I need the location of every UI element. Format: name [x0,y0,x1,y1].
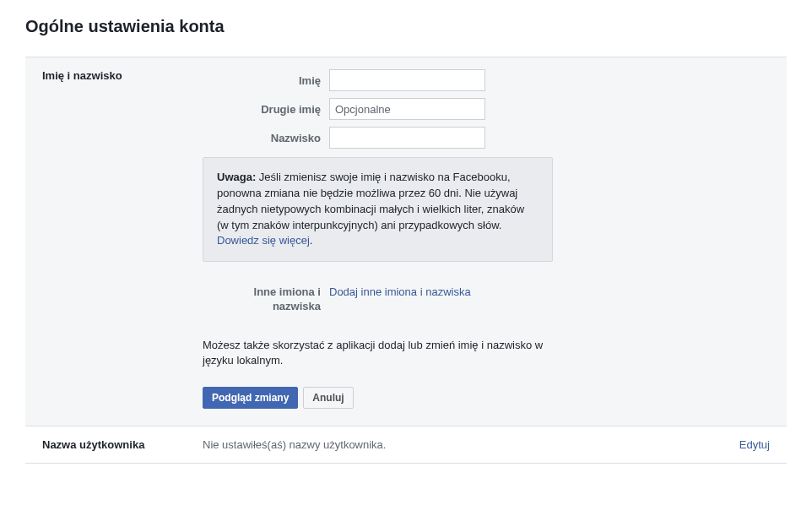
name-section: Imię i nazwisko Imię Drugie imię Nazwisk… [25,57,787,426]
notice-text: Jeśli zmienisz swoje imię i nazwisko na … [217,171,524,231]
middle-name-label: Drugie imię [203,103,329,116]
name-change-notice: Uwaga: Jeśli zmienisz swoje imię i nazwi… [203,157,553,262]
last-name-input[interactable] [329,127,485,149]
username-edit-link[interactable]: Edytuj [739,438,770,451]
local-name-helper: Możesz także skorzystać z aplikacji doda… [203,338,553,368]
notice-learn-more-link[interactable]: Dowiedz się więcej [217,234,310,247]
username-section-action: Edytuj [719,438,770,451]
notice-strong: Uwaga: [217,171,256,183]
other-names-label: Inne imiona i nazwiska [203,285,329,314]
add-other-names-link[interactable]: Dodaj inne imiona i nazwiska [329,285,471,298]
name-section-title-col: Imię i nazwisko [42,69,203,409]
last-name-row: Nazwisko [203,127,770,149]
first-name-label: Imię [203,74,329,87]
page-title: Ogólne ustawienia konta [25,17,787,36]
other-names-row: Inne imiona i nazwiska Dodaj inne imiona… [203,285,770,314]
name-section-body: Imię Drugie imię Nazwisko Uwaga: Jeśli z… [203,69,770,409]
name-section-title: Imię i nazwisko [42,69,203,82]
first-name-input[interactable] [329,69,485,91]
cancel-button[interactable]: Anuluj [303,387,353,409]
username-section-title: Nazwa użytkownika [42,438,203,451]
last-name-label: Nazwisko [203,132,329,144]
username-section-body: Nie ustawiłeś(aś) nazwy użytkownika. [203,438,719,451]
other-names-value: Dodaj inne imiona i nazwiska [329,285,471,314]
name-buttons-row: Podgląd zmiany Anuluj [203,387,770,409]
middle-name-input[interactable] [329,98,485,120]
username-value: Nie ustawiłeś(aś) nazwy użytkownika. [203,438,386,451]
username-section: Nazwa użytkownika Nie ustawiłeś(aś) nazw… [25,426,787,464]
preview-change-button[interactable]: Podgląd zmiany [203,387,298,409]
notice-after: . [310,234,313,247]
first-name-row: Imię [203,69,770,91]
username-section-title-col: Nazwa użytkownika [42,438,203,451]
middle-name-row: Drugie imię [203,98,770,120]
